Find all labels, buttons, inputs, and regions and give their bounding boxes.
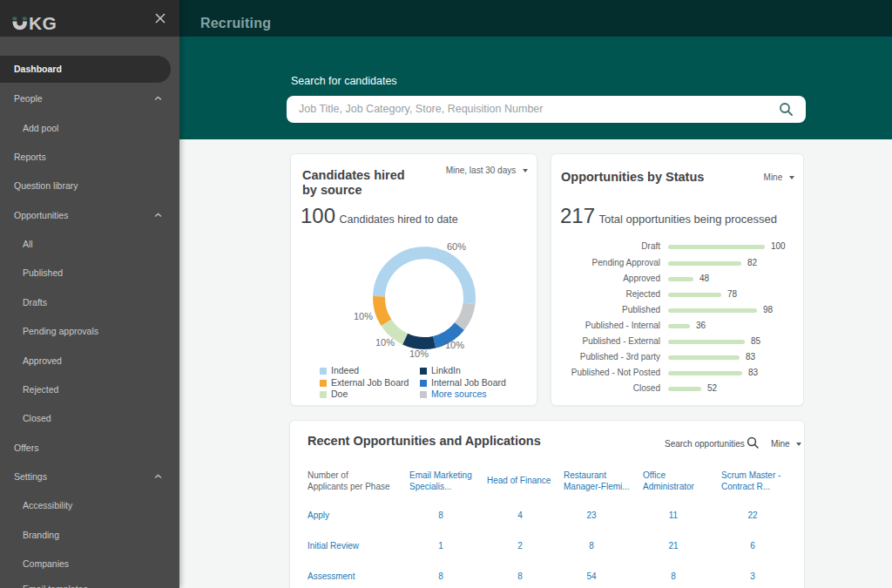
svg-text:KG: KG [29, 13, 57, 31]
